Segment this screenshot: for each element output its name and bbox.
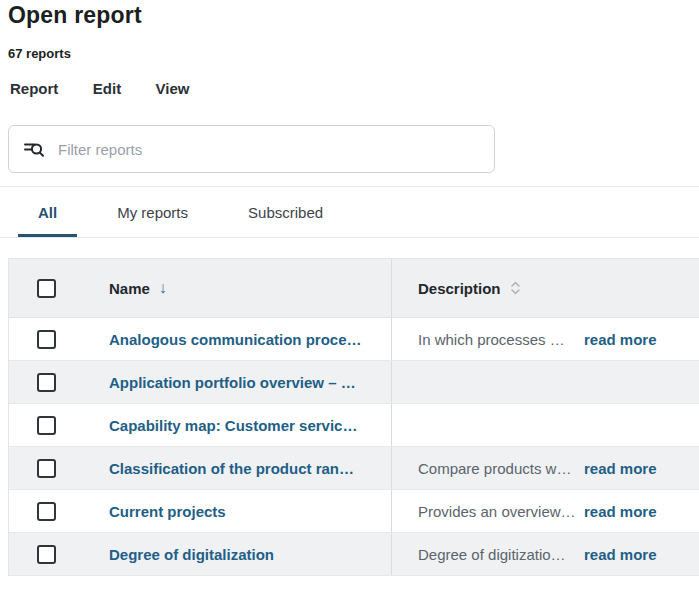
report-description: Compare products w… bbox=[418, 460, 576, 477]
filter-input[interactable] bbox=[56, 140, 482, 159]
report-name-link[interactable]: Capability map: Customer servic… bbox=[109, 417, 357, 434]
column-header-description[interactable]: Description bbox=[418, 280, 501, 297]
report-count: 67 reports bbox=[0, 29, 699, 61]
sort-descending-icon[interactable]: ↓ bbox=[159, 279, 167, 297]
report-description: Degree of digitizatio… bbox=[418, 546, 576, 563]
row-checkbox[interactable] bbox=[37, 330, 56, 349]
tab-subscribed[interactable]: Subscribed bbox=[228, 187, 343, 237]
table-row: Application portfolio overview – … read … bbox=[9, 361, 699, 404]
table-row: Current projects Provides an overview… r… bbox=[9, 490, 699, 533]
table-header: Name ↓ Description bbox=[9, 259, 699, 318]
menu-report[interactable]: Report bbox=[10, 80, 58, 97]
read-more-link[interactable]: read more bbox=[584, 546, 657, 563]
report-description: In which processes … bbox=[418, 331, 576, 348]
table-row: Classification of the product ran… Compa… bbox=[9, 447, 699, 490]
reports-table: Name ↓ Description Analogous communicati… bbox=[8, 258, 699, 576]
header-description-cell: Description bbox=[391, 259, 699, 317]
row-checkbox[interactable] bbox=[37, 373, 56, 392]
menubar: Report Edit View bbox=[0, 61, 699, 98]
filter-input-wrapper[interactable] bbox=[8, 125, 495, 173]
tab-all[interactable]: All bbox=[18, 187, 77, 237]
report-name-link[interactable]: Application portfolio overview – … bbox=[109, 374, 356, 391]
report-name-link[interactable]: Classification of the product ran… bbox=[109, 460, 354, 477]
read-more-link[interactable]: read more bbox=[584, 331, 657, 348]
tab-my-reports[interactable]: My reports bbox=[97, 187, 208, 237]
read-more-link[interactable]: read more bbox=[584, 460, 657, 477]
report-description: Provides an overview… bbox=[418, 503, 576, 520]
row-checkbox[interactable] bbox=[37, 502, 56, 521]
row-checkbox[interactable] bbox=[37, 545, 56, 564]
report-name-link[interactable]: Degree of digitalization bbox=[109, 546, 274, 563]
table-row: Analogous communication proce… In which … bbox=[9, 318, 699, 361]
read-more-link[interactable]: read more bbox=[584, 503, 657, 520]
tab-bar: All My reports Subscribed bbox=[0, 186, 699, 238]
menu-view[interactable]: View bbox=[156, 80, 190, 97]
header-checkbox-cell bbox=[9, 259, 91, 317]
row-checkbox[interactable] bbox=[37, 459, 56, 478]
report-name-link[interactable]: Current projects bbox=[109, 503, 226, 520]
menu-edit[interactable]: Edit bbox=[93, 80, 121, 97]
select-all-checkbox[interactable] bbox=[37, 279, 56, 298]
report-name-link[interactable]: Analogous communication proce… bbox=[109, 331, 362, 348]
page-title: Open report bbox=[0, 0, 699, 29]
row-checkbox[interactable] bbox=[37, 416, 56, 435]
header-name-cell: Name ↓ bbox=[91, 259, 391, 317]
table-row: Capability map: Customer servic… read mo… bbox=[9, 404, 699, 447]
table-row: Degree of digitalization Degree of digit… bbox=[9, 533, 699, 576]
filter-search-icon bbox=[23, 138, 45, 160]
column-header-name[interactable]: Name bbox=[109, 280, 150, 297]
sort-chevrons-icon[interactable] bbox=[510, 280, 521, 296]
